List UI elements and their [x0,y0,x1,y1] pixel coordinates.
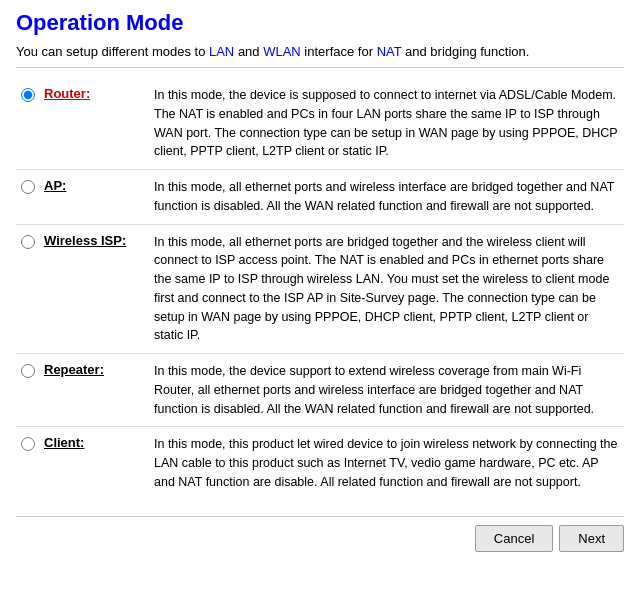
modes-table: Router:In this mode, the device is suppo… [16,78,624,500]
mode-label-client: Client: [44,435,84,450]
next-button[interactable]: Next [559,525,624,552]
mode-desc-wisp: In this mode, all ethernet ports are bri… [150,224,624,354]
mode-row-ap: AP:In this mode, all ethernet ports and … [16,170,624,225]
mode-desc-repeater: In this mode, the device support to exte… [150,354,624,427]
mode-desc-client: In this mode, this product let wired dev… [150,427,624,500]
footer: Cancel Next [16,516,624,552]
mode-label-router: Router: [44,86,90,101]
mode-label-wisp: Wireless ISP: [44,233,126,248]
radio-repeater[interactable] [21,364,35,378]
mode-label-ap: AP: [44,178,66,193]
mode-row-router: Router:In this mode, the device is suppo… [16,78,624,170]
mode-row-repeater: Repeater:In this mode, the device suppor… [16,354,624,427]
radio-wisp[interactable] [21,235,35,249]
radio-router[interactable] [21,88,35,102]
page-title: Operation Mode [16,10,624,36]
mode-row-client: Client:In this mode, this product let wi… [16,427,624,500]
mode-label-repeater: Repeater: [44,362,104,377]
subtitle: You can setup different modes to LAN and… [16,44,624,68]
mode-desc-router: In this mode, the device is supposed to … [150,78,624,170]
cancel-button[interactable]: Cancel [475,525,553,552]
mode-desc-ap: In this mode, all ethernet ports and wir… [150,170,624,225]
radio-ap[interactable] [21,180,35,194]
mode-row-wisp: Wireless ISP:In this mode, all ethernet … [16,224,624,354]
radio-client[interactable] [21,437,35,451]
